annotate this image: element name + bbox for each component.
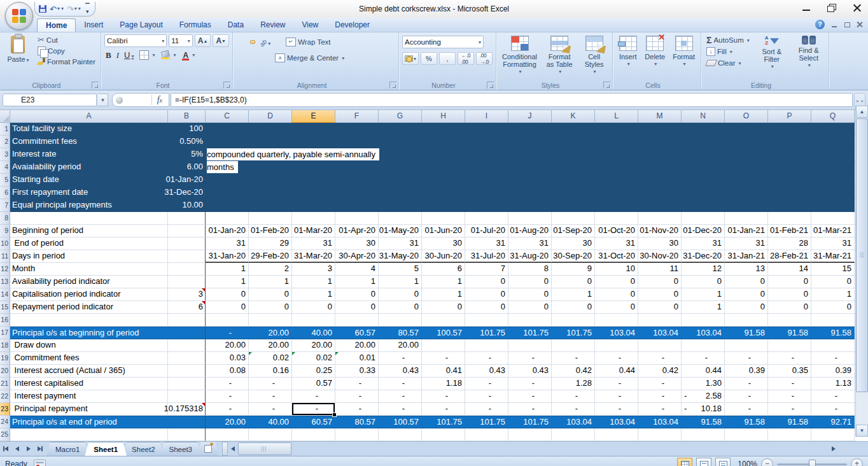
cell-G4[interactable] [379, 161, 422, 174]
cell-Q5[interactable] [811, 174, 855, 187]
orientation-button[interactable]: ab [257, 34, 273, 50]
cell-N10[interactable]: 31 [682, 237, 725, 250]
row-header-10[interactable]: 10 [0, 237, 10, 250]
cell-O12[interactable]: 13 [725, 263, 768, 276]
cell-D1[interactable] [249, 123, 292, 136]
align-right-button[interactable] [250, 56, 255, 60]
cell-F20[interactable]: 0.33 [335, 365, 379, 378]
align-left-button[interactable] [236, 56, 241, 60]
cell-G25[interactable] [379, 428, 422, 441]
cell-K11[interactable]: 30-Sep-20 [552, 250, 595, 263]
row-header-17[interactable]: 17 [0, 327, 10, 339]
cell-B4[interactable]: 6.00 [168, 161, 206, 174]
cell-L8[interactable] [595, 212, 638, 225]
insert-function-area[interactable]: fx [112, 93, 169, 107]
cell-M6[interactable] [638, 187, 682, 199]
styles-dialog-launcher[interactable] [603, 81, 610, 88]
cell-B9[interactable] [168, 225, 206, 237]
cell-D5[interactable] [249, 174, 292, 187]
column-header-G[interactable]: G [379, 110, 422, 123]
cell-P7[interactable] [768, 199, 811, 212]
cell-H17[interactable]: 100.57 [422, 327, 465, 339]
bottom-align-button[interactable] [250, 40, 255, 44]
cell-G14[interactable]: 0 [379, 288, 422, 301]
last-sheet-button[interactable] [34, 442, 46, 456]
cell-M2[interactable] [638, 136, 682, 148]
cell-F1[interactable] [335, 123, 379, 136]
cell-E9[interactable]: 01-Mar-20 [292, 225, 335, 237]
cell-P1[interactable] [768, 123, 811, 136]
row-header-18[interactable]: 18 [0, 339, 10, 352]
cell-Q1[interactable] [811, 123, 855, 136]
cell-P2[interactable] [768, 136, 811, 148]
cell-G24[interactable]: 100.57 [379, 416, 422, 428]
cell-D22[interactable]: - [249, 390, 292, 403]
cell-L25[interactable] [595, 428, 638, 441]
cell-B22[interactable] [168, 390, 206, 403]
cell-B10[interactable] [168, 237, 206, 250]
cell-K13[interactable]: 0 [552, 276, 595, 288]
cell-D4[interactable] [249, 161, 292, 174]
cell-Q25[interactable] [811, 428, 855, 441]
scroll-right-button[interactable] [829, 442, 839, 456]
cell-H24[interactable]: 101.75 [422, 416, 465, 428]
cell-H4[interactable] [422, 161, 465, 174]
cell-C8[interactable] [206, 212, 249, 225]
shrink-font-button[interactable]: A▼ [213, 34, 229, 47]
cell-O19[interactable]: - [725, 352, 768, 365]
cell-O24[interactable]: 91.58 [725, 416, 768, 428]
column-header-C[interactable]: C [206, 110, 249, 123]
cell-J7[interactable] [508, 199, 552, 212]
row-header-7[interactable]: 7 [0, 199, 10, 212]
cell-O4[interactable] [725, 161, 768, 174]
cell-C9[interactable]: 01-Jan-20 [206, 225, 249, 237]
cell-L7[interactable] [595, 199, 638, 212]
row-header-23[interactable]: 23 [0, 403, 10, 416]
formula-bar-expand-button[interactable]: ⌄⌄ [854, 93, 865, 107]
cell-E15[interactable]: 0 [292, 301, 335, 314]
cell-I4[interactable] [465, 161, 508, 174]
cell-A18[interactable]: Draw down [10, 339, 168, 352]
cell-P21[interactable]: - [768, 378, 811, 390]
cell-A5[interactable]: Starting date [10, 174, 168, 187]
cell-I23[interactable]: - [465, 403, 508, 416]
column-header-P[interactable]: P [768, 110, 811, 123]
cell-M1[interactable] [638, 123, 682, 136]
cell-Q11[interactable]: 31-Mar-21 [811, 250, 855, 263]
cell-K17[interactable]: 101.75 [552, 327, 595, 339]
cell-I15[interactable]: 0 [465, 301, 508, 314]
cell-M8[interactable] [638, 212, 682, 225]
ribbon-tab-page-layout[interactable]: Page Layout [111, 18, 171, 32]
cell-P19[interactable]: - [768, 352, 811, 365]
vertical-scrollbar[interactable]: ▲ ▼ [855, 106, 868, 437]
cell-A6[interactable]: First repayment date [10, 187, 168, 199]
cell-P8[interactable] [768, 212, 811, 225]
cell-L17[interactable]: 103.04 [595, 327, 638, 339]
cell-K20[interactable]: 0.42 [552, 365, 595, 378]
cell-O13[interactable]: 0 [725, 276, 768, 288]
cell-E24[interactable]: 60.57 [292, 416, 335, 428]
cell-G13[interactable]: 1 [379, 276, 422, 288]
cell-M21[interactable]: - [638, 378, 682, 390]
cell-P18[interactable] [768, 339, 811, 352]
cell-P6[interactable] [768, 187, 811, 199]
fill-color-button[interactable] [159, 50, 178, 60]
cell-J4[interactable] [508, 161, 552, 174]
cell-Q9[interactable]: 01-Mar-21 [811, 225, 855, 237]
cell-J11[interactable]: 31-Aug-20 [508, 250, 552, 263]
cell-M3[interactable] [638, 148, 682, 161]
vertical-scroll-thumb[interactable] [856, 118, 868, 392]
workbook-close-button[interactable] [857, 22, 863, 27]
cell-C6[interactable] [206, 187, 249, 199]
column-header-D[interactable]: D [249, 110, 292, 123]
ribbon-tab-home[interactable]: Home [37, 18, 76, 32]
cell-A1[interactable]: Total facility size [10, 123, 168, 136]
cell-J17[interactable]: 101.75 [508, 327, 552, 339]
formula-input[interactable]: =-IF(E15=1,$B$23,0) [171, 93, 853, 107]
record-macro-button[interactable] [34, 460, 46, 466]
cell-H8[interactable] [422, 212, 465, 225]
cell-M18[interactable] [638, 339, 682, 352]
font-name-select[interactable]: Calibri▾ [104, 34, 167, 47]
cell-C16[interactable] [206, 314, 249, 327]
column-header-B[interactable]: B [168, 110, 206, 123]
